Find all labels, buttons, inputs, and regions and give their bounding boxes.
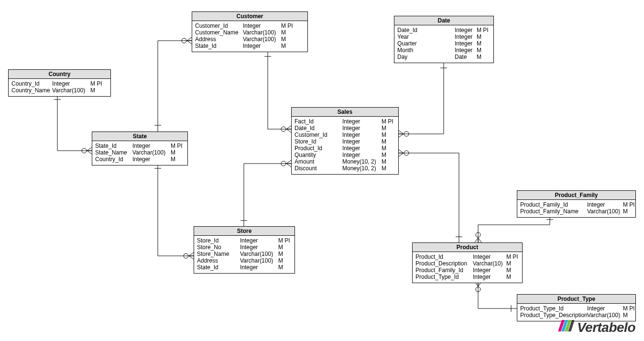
svg-point-6 [404,151,409,155]
column-name: Customer_Id [195,22,243,29]
entity-title: Product_Family [517,191,635,200]
column-type: Integer [240,244,278,251]
entity-body: Date_IdIntegerM PIYearIntegerMQuarterInt… [394,25,493,63]
column-name: Product_Type_Id [520,305,587,312]
column-row: Store_IdIntegerM PI [197,237,292,244]
entity-product[interactable]: Product Product_IdIntegerM PIProduct_Des… [412,242,523,283]
column-type: Varchar(100) [243,29,281,36]
column-flags: M [281,29,286,36]
column-flags: M [382,138,386,145]
column-name: Store_Id [197,237,240,244]
column-flags: M PI [506,253,518,260]
column-type: Varchar(100) [587,208,623,215]
column-name: Country_Id [95,156,132,163]
column-type: Varchar(100) [243,36,281,43]
column-row: Product_IdIntegerM [295,145,395,152]
entity-title: Customer [192,12,307,21]
column-flags: M PI [90,80,102,87]
column-flags: M [382,125,386,132]
entity-product-family[interactable]: Product_Family Product_Family_IdIntegerM… [517,190,636,218]
column-flags: M [281,36,286,43]
column-flags: M PI [281,22,293,29]
svg-point-3 [281,127,286,132]
column-row: Product_Family_IdIntegerM [415,267,519,274]
column-type: Integer [455,47,477,54]
vertabelo-logo-text: Vertabelo [577,320,635,335]
column-type: Varchar(100) [587,312,623,319]
column-flags: M PI [623,305,635,312]
entity-title: Product_Type [517,295,635,304]
column-flags: M [623,312,628,319]
column-flags: M [382,165,386,172]
column-type: Integer [132,143,171,149]
entity-body: Product_IdIntegerM PIProduct_Description… [413,252,522,283]
column-row: Country_NameVarchar(100)M [11,87,108,94]
column-row: Country_IdIntegerM [95,156,185,163]
vertabelo-logo: Vertabelo [557,320,635,335]
entity-body: Fact_IdIntegerM PIDate_IdIntegerMCustome… [292,117,398,174]
column-type: Integer [52,80,90,87]
column-type: Money(10, 2) [342,165,382,172]
column-name: Store_Id [295,138,342,145]
column-flags: M [506,260,511,267]
svg-point-4 [281,161,286,166]
column-name: Quarter [397,40,455,47]
entity-store[interactable]: Store Store_IdIntegerM PIStore_NoInteger… [194,226,295,274]
column-flags: M PI [171,143,183,149]
entity-state[interactable]: State State_IdIntegerM PIState_NameVarch… [92,132,188,165]
column-flags: M [382,158,386,165]
column-row: Product_Type_IdIntegerM [415,274,519,280]
column-type: Integer [587,201,623,208]
column-row: Date_IdIntegerM PI [397,27,491,33]
entity-body: State_IdIntegerM PIState_NameVarchar(100… [92,141,187,165]
column-type: Integer [342,125,382,132]
column-type: Integer [240,264,278,271]
column-flags: M [382,145,386,152]
column-flags: M [477,54,481,60]
entity-title: Country [9,70,110,79]
entity-customer[interactable]: Customer Customer_IdIntegerM PICustomer_… [192,11,308,52]
column-row: State_IdIntegerM [197,264,292,271]
column-name: Store_Name [197,251,240,257]
entity-product-type[interactable]: Product_Type Product_Type_IdIntegerM PIP… [517,294,636,321]
column-name: Product_Description [415,260,473,267]
column-type: Integer [473,253,506,260]
column-flags: M [506,274,511,280]
entity-title: Product [413,243,522,252]
column-row: Product_Type_IdIntegerM PI [520,305,633,312]
entity-date[interactable]: Date Date_IdIntegerM PIYearIntegerMQuart… [394,16,494,63]
svg-point-2 [184,253,188,258]
column-type: Integer [132,156,171,163]
column-flags: M [382,132,386,138]
column-flags: M [623,208,628,215]
entity-body: Product_Family_IdIntegerM PIProduct_Fami… [517,200,635,217]
entity-body: Product_Type_IdIntegerM PIProduct_Type_D… [517,304,635,321]
entity-body: Country_IdIntegerM PICountry_NameVarchar… [9,79,110,96]
svg-point-0 [82,148,87,153]
column-row: DiscountMoney(10, 2)M [295,165,395,172]
column-type: Integer [243,43,281,49]
column-row: AmountMoney(10, 2)M [295,158,395,165]
column-name: Customer_Name [195,29,243,36]
entity-sales[interactable]: Sales Fact_IdIntegerM PIDate_IdIntegerMC… [291,107,399,175]
column-row: QuarterIntegerM [397,40,491,47]
column-name: Product_Family_Id [415,267,473,274]
column-row: Date_IdIntegerM [295,125,395,132]
column-row: Country_IdIntegerM PI [11,80,108,87]
column-type: Integer [342,132,382,138]
column-flags: M [477,40,481,47]
column-row: AddressVarchar(100)M [195,36,305,43]
column-flags: M [171,156,175,163]
column-row: Product_Family_IdIntegerM PI [520,201,633,208]
column-row: Customer_IdIntegerM PI [195,22,305,29]
column-type: Varchar(100) [240,251,278,257]
column-row: Store_NoIntegerM [197,244,292,251]
entity-title: Store [194,227,295,236]
entity-country[interactable]: Country Country_IdIntegerM PICountry_Nam… [8,69,111,97]
column-name: Quantity [295,152,342,158]
column-name: Address [195,36,243,43]
column-row: State_NameVarchar(100)M [95,149,185,156]
column-type: Integer [342,145,382,152]
column-name: Country_Id [11,80,52,87]
column-flags: M PI [623,201,635,208]
